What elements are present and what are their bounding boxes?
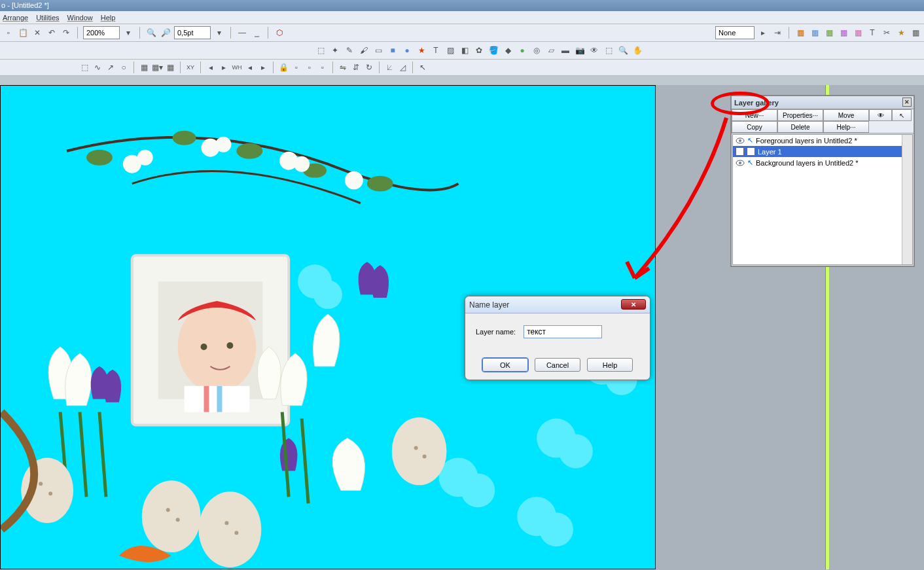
layer-group-background[interactable]: ↖ Background layers in Untitled2 *: [733, 157, 912, 168]
play-icon[interactable]: ▸: [757, 27, 769, 39]
handle-icon[interactable]: ↗: [105, 62, 116, 73]
skew-icon[interactable]: ◿: [397, 62, 408, 73]
xy-icon[interactable]: XY: [185, 62, 196, 73]
extrude-icon[interactable]: ▬: [559, 44, 572, 57]
edit-toggle-icon[interactable]: ↖: [892, 109, 912, 121]
brush-icon[interactable]: 🖌: [357, 44, 370, 57]
undo-icon[interactable]: ↶: [46, 27, 58, 39]
redeye-icon[interactable]: 👁: [588, 44, 601, 57]
gallery2-icon[interactable]: ▦: [809, 27, 821, 39]
ok-button[interactable]: OK: [482, 358, 528, 372]
text-gallery-icon[interactable]: T: [866, 27, 878, 39]
scale2-icon[interactable]: ▫: [304, 62, 315, 73]
menu-help[interactable]: Help: [101, 14, 116, 22]
gallery6-icon[interactable]: ▦: [910, 27, 921, 39]
gallery-titlebar[interactable]: Layer gallery ✕: [732, 96, 914, 109]
grid1-icon[interactable]: ▦: [138, 62, 150, 73]
delete-icon[interactable]: ✕: [31, 27, 43, 39]
arrow-l-icon[interactable]: ◂: [205, 62, 217, 73]
paste-icon[interactable]: 📋: [17, 27, 29, 39]
curve-icon[interactable]: ∿: [92, 62, 103, 73]
gallery1-icon[interactable]: ▦: [794, 27, 806, 39]
editable-checkbox[interactable]: ✓: [747, 147, 755, 156]
dropdown-icon[interactable]: ▾: [122, 27, 134, 39]
arrow-r-icon[interactable]: ▸: [218, 62, 230, 73]
layer-group-foreground[interactable]: ↖ Foreground layers in Untitled2 *: [733, 135, 912, 146]
line-icon[interactable]: —: [236, 27, 248, 39]
scale3-icon[interactable]: ▫: [317, 62, 329, 73]
blend-icon[interactable]: ◆: [501, 44, 514, 57]
next-icon[interactable]: ⇥: [772, 27, 783, 39]
gallery3-icon[interactable]: ▦: [823, 27, 835, 39]
transparency-icon[interactable]: ◧: [458, 44, 471, 57]
zoom-prev-icon[interactable]: 🔍: [145, 27, 157, 39]
endcap-icon[interactable]: ⎯: [251, 27, 262, 39]
new-icon[interactable]: ▫: [3, 27, 14, 39]
scissors-icon[interactable]: ✂: [881, 27, 893, 39]
cancel-button[interactable]: Cancel: [535, 358, 580, 372]
svg-point-16: [201, 344, 207, 350]
shape-icon[interactable]: ▭: [372, 44, 385, 57]
angle-icon[interactable]: ⟀: [383, 62, 395, 73]
star-icon[interactable]: ★: [895, 27, 907, 39]
marquee-icon[interactable]: ⬚: [79, 62, 90, 73]
stroke-input[interactable]: [174, 26, 211, 39]
zoom-fit-icon[interactable]: 🔎: [160, 27, 171, 39]
dialog-titlebar[interactable]: Name layer ✕: [465, 296, 650, 313]
layer-name-input[interactable]: [524, 325, 602, 338]
layer-list[interactable]: ↖ Foreground layers in Untitled2 * ✓ ✓ L…: [732, 134, 913, 265]
grid3-icon[interactable]: ▦: [164, 62, 176, 73]
star-tool-icon[interactable]: ★: [415, 44, 428, 57]
style-dropdown[interactable]: None: [715, 26, 755, 39]
menu-utilities[interactable]: Utilities: [36, 14, 59, 22]
contour-icon[interactable]: ◎: [530, 44, 543, 57]
layer-item-selected[interactable]: ✓ ✓ Layer 1: [733, 146, 912, 157]
lock-icon[interactable]: 🔒: [277, 62, 289, 73]
mould-icon[interactable]: ▱: [544, 44, 558, 57]
copy-button[interactable]: Copy: [732, 121, 777, 133]
wand-icon[interactable]: ✦: [329, 44, 342, 57]
help-button[interactable]: Help: [587, 358, 633, 372]
zoom-tool-icon[interactable]: 🔍: [616, 44, 630, 57]
gallery5-icon[interactable]: ▦: [852, 27, 864, 39]
panorama-icon[interactable]: ⬚: [602, 44, 615, 57]
flip-h-icon[interactable]: ⇋: [337, 62, 349, 73]
dropdown-icon[interactable]: ▾: [213, 27, 225, 39]
fill-icon[interactable]: ▨: [444, 44, 457, 57]
arrow-r2-icon[interactable]: ▸: [257, 62, 269, 73]
close-icon[interactable]: ✕: [621, 299, 646, 310]
close-icon[interactable]: ✕: [902, 98, 912, 107]
pen-icon[interactable]: ✎: [343, 44, 356, 57]
selector-icon[interactable]: ⬚: [314, 44, 327, 57]
scale1-icon[interactable]: ▫: [291, 62, 302, 73]
rotate-icon[interactable]: ↻: [363, 62, 375, 73]
help-button[interactable]: Help···: [823, 121, 869, 133]
wh-icon[interactable]: WH: [231, 62, 243, 73]
bucket-icon[interactable]: 🪣: [487, 44, 500, 57]
pan-icon[interactable]: ✋: [631, 44, 644, 57]
grid2-icon[interactable]: ▦▾: [151, 62, 163, 73]
arrow-tool-icon[interactable]: ↖: [417, 62, 429, 73]
magnet-icon[interactable]: ⬡: [274, 27, 285, 39]
new-button[interactable]: New···: [732, 109, 777, 121]
scrollbar[interactable]: [902, 135, 912, 264]
bevel-icon[interactable]: ●: [516, 44, 529, 57]
photo-icon[interactable]: 📷: [573, 44, 586, 57]
text-tool-icon[interactable]: T: [429, 44, 442, 57]
menu-window[interactable]: Window: [67, 14, 93, 22]
ellipse-icon[interactable]: ●: [400, 44, 414, 57]
move-button[interactable]: Move: [823, 109, 869, 121]
effect-icon[interactable]: ✿: [472, 44, 486, 57]
circle-icon[interactable]: ○: [118, 62, 130, 73]
visible-checkbox[interactable]: ✓: [736, 147, 744, 156]
arrow-l2-icon[interactable]: ◂: [244, 62, 256, 73]
gallery4-icon[interactable]: ▦: [838, 27, 849, 39]
redo-icon[interactable]: ↷: [60, 27, 72, 39]
visibility-toggle-icon[interactable]: 👁: [869, 109, 892, 121]
flip-v-icon[interactable]: ⇵: [350, 62, 362, 73]
menu-arrange[interactable]: Arrange: [3, 14, 28, 22]
properties-button[interactable]: Properties···: [777, 109, 823, 121]
rect-icon[interactable]: ■: [386, 44, 399, 57]
zoom-input[interactable]: [83, 26, 120, 39]
delete-button[interactable]: Delete: [777, 121, 823, 133]
